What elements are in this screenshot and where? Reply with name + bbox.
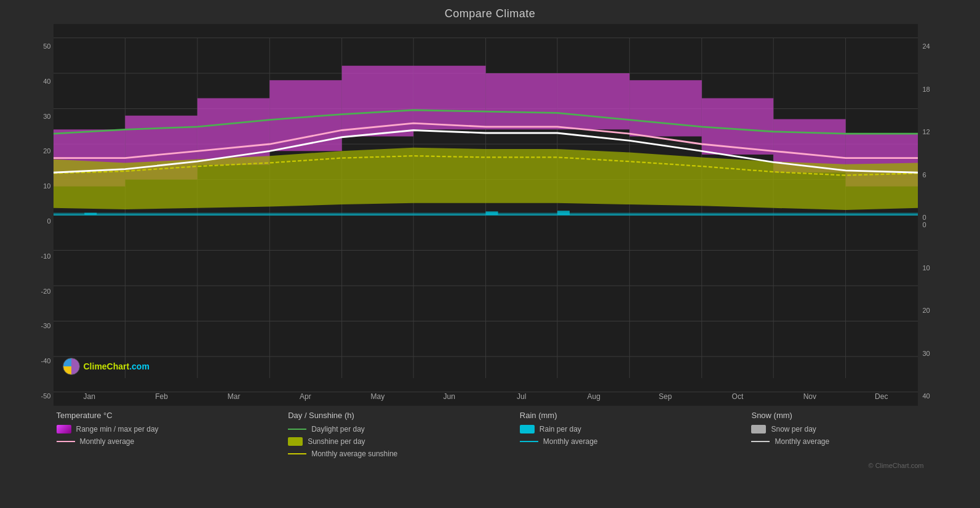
y-tick-0: 0: [47, 217, 53, 225]
legend-item-monthly-avg-temp: Monthly average: [57, 437, 229, 446]
legend-item-monthly-avg-rain: Monthly average: [520, 437, 692, 446]
page-container: Compare Climate 50 40 30 20 10 0 -10 -20…: [0, 0, 980, 508]
y-tick-neg50: -50: [41, 392, 54, 400]
svg-text:Aug: Aug: [587, 391, 600, 401]
logo-lime-bottom: ClimeChart: [84, 361, 130, 371]
legend-item-avg-sunshine: Monthly average sunshine: [288, 450, 460, 458]
svg-text:Sep: Sep: [658, 391, 671, 401]
legend-group-temperature: Temperature °C Range min / max per day M…: [57, 411, 229, 458]
right-tick-24: 24: [920, 42, 930, 50]
right-tick-40: 40: [920, 392, 930, 400]
legend-label-avg-sunshine: Monthly average sunshine: [311, 450, 397, 458]
legend-item-monthly-avg-snow: Monthly average: [751, 437, 923, 446]
legend-title-snow: Snow (mm): [751, 411, 923, 420]
legend-label-rain: Rain per day: [540, 425, 581, 433]
copyright: © ClimeChart.com: [20, 462, 961, 469]
logo-cyan-bottom: .com: [129, 361, 149, 371]
svg-text:Dec: Dec: [875, 391, 888, 401]
svg-text:Jul: Jul: [517, 391, 526, 401]
y-tick-neg30: -30: [41, 322, 54, 329]
legend-swatch-rain: [520, 425, 535, 433]
logo-text-bottom: ClimeChart.com: [84, 361, 149, 371]
y-tick-neg40: -40: [41, 357, 54, 365]
legend-label-monthly-avg: Monthly average: [80, 437, 135, 446]
right-tick-0-sun: 0: [920, 214, 926, 221]
legend-label-monthly-avg-rain: Monthly average: [543, 437, 598, 446]
right-tick-10: 10: [920, 264, 930, 272]
svg-text:Feb: Feb: [155, 391, 168, 401]
y-tick-neg10: -10: [41, 252, 54, 260]
right-tick-12: 12: [920, 128, 930, 135]
right-axis: 24 18 12 6 0 0 10 20 30 40 Day / Sunshin…: [918, 42, 961, 400]
legend-group-snow: Snow (mm) Snow per day Monthly average: [751, 411, 923, 458]
y-tick-10: 10: [43, 182, 53, 190]
legend-item-snow-swatch: Snow per day: [751, 425, 923, 433]
svg-text:Nov: Nov: [803, 391, 816, 401]
chart-title: Compare Climate: [445, 7, 536, 20]
svg-rect-25: [84, 213, 97, 215]
y-tick-neg20: -20: [41, 288, 54, 295]
legend-line-avg-sunshine: [288, 453, 306, 454]
legend-line-monthly-avg: [57, 441, 75, 442]
legend-label-snow: Snow per day: [771, 425, 816, 433]
legend-line-avg-rain: [520, 441, 538, 442]
svg-text:May: May: [370, 391, 384, 401]
right-tick-20: 20: [920, 307, 930, 314]
y-tick-30: 30: [43, 113, 53, 120]
left-axis: 50 40 30 20 10 0 -10 -20 -30 -40 -50: [20, 42, 54, 400]
svg-rect-26: [485, 211, 498, 215]
chart-svg: Jan Feb Mar Apr May Jun Jul Aug Sep Oct …: [54, 24, 918, 406]
legend-swatch-sunshine: [288, 437, 303, 446]
legend-item-daylight: Daylight per day: [288, 425, 460, 433]
legend-label-sunshine: Sunshine per day: [308, 437, 365, 446]
legend-label-range: Range min / max per day: [76, 425, 159, 433]
legend-item-sunshine-swatch: Sunshine per day: [288, 437, 460, 446]
legend-line-daylight: [288, 429, 306, 430]
right-tick-30: 30: [920, 350, 930, 357]
legend-label-monthly-avg-snow: Monthly average: [775, 437, 829, 446]
svg-text:Apr: Apr: [300, 391, 311, 401]
svg-text:Mar: Mar: [227, 391, 240, 401]
svg-text:Jun: Jun: [443, 391, 455, 401]
logo-bottom-left: ClimeChart.com: [63, 358, 149, 375]
legend-swatch-snow: [751, 425, 766, 433]
svg-text:Oct: Oct: [731, 391, 743, 401]
legend-title-sunshine: Day / Sunshine (h): [288, 411, 460, 420]
legend-title-temperature: Temperature °C: [57, 411, 229, 420]
legend-label-daylight: Daylight per day: [311, 425, 365, 433]
legend-group-sunshine: Day / Sunshine (h) Daylight per day Suns…: [288, 411, 460, 458]
y-tick-50: 50: [43, 42, 53, 50]
legend-swatch-range: [57, 425, 71, 433]
right-tick-6: 6: [920, 171, 926, 179]
y-tick-40: 40: [43, 78, 53, 85]
legend-title-rain: Rain (mm): [520, 411, 692, 420]
legend-container: Temperature °C Range min / max per day M…: [20, 406, 961, 461]
legend-group-rain: Rain (mm) Rain per day Monthly average: [520, 411, 692, 458]
logo-icon-bottom: [63, 358, 80, 375]
right-tick-18: 18: [920, 86, 930, 93]
legend-item-range: Range min / max per day: [57, 425, 229, 433]
chart-area: Tamanrasset (Sahara) Tamanrasset (Sahara…: [54, 24, 918, 406]
chart-wrapper: 50 40 30 20 10 0 -10 -20 -30 -40 -50 Tam…: [20, 24, 961, 406]
legend-item-rain-swatch: Rain per day: [520, 425, 692, 433]
svg-rect-27: [557, 211, 569, 215]
y-tick-20: 20: [43, 147, 53, 155]
right-tick-0-rain: 0: [920, 221, 926, 228]
svg-text:Jan: Jan: [83, 391, 95, 401]
legend-line-avg-snow: [751, 441, 770, 442]
